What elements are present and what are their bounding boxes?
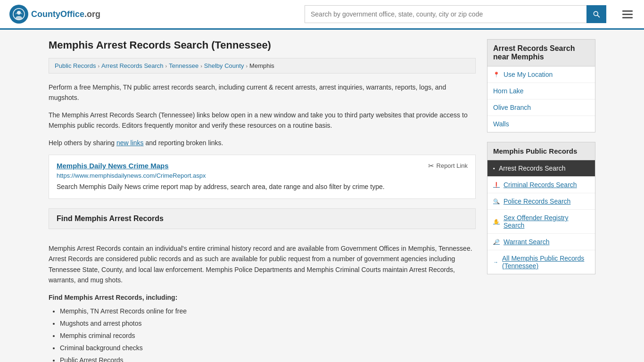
resource-url[interactable]: https://www.memphisdailynews.com/CrimeRe… <box>57 172 468 179</box>
sidebar-item-horn-lake[interactable]: Horn Lake <box>487 83 595 99</box>
breadcrumb-arrest-records-search[interactable]: Arrest Records Search <box>101 62 164 69</box>
description-3-prefix: Help others by sharing <box>49 139 116 147</box>
report-link-label: Report Link <box>437 162 468 169</box>
breadcrumb-shelby-county[interactable]: Shelby County <box>204 62 244 69</box>
sidebar-item-use-my-location[interactable]: 📍 Use My Location <box>487 66 595 83</box>
logo-icon <box>9 5 28 24</box>
breadcrumb-tennessee[interactable]: Tennessee <box>169 62 198 69</box>
resource-title[interactable]: Memphis Daily News Crime Maps <box>57 162 169 170</box>
location-icon: 📍 <box>493 72 500 78</box>
sidebar-public-records-list: ▪ Arrest Records Search ❗ Criminal Recor… <box>487 160 595 274</box>
sidebar-item-sex-offender-registry[interactable]: ✋ Sex Offender Registry Search <box>487 210 595 234</box>
sidebar-item-label: Sex Offender Registry Search <box>504 214 589 229</box>
logo-text: CountyOffice.org <box>31 9 100 19</box>
sidebar-item-label: Olive Branch <box>493 104 531 111</box>
find-section-body: Memphis Arrest Records contain an indivi… <box>49 237 476 362</box>
sidebar-item-label: Use My Location <box>504 71 553 78</box>
description-2: The Memphis Arrest Records Search (Tenne… <box>49 110 476 131</box>
breadcrumb: Public Records › Arrest Records Search ›… <box>49 58 476 74</box>
sidebar-nearby-section: Arrest Records Search near Memphis 📍 Use… <box>487 39 595 132</box>
sidebar-public-records-heading: Memphis Public Records <box>487 142 595 160</box>
sidebar-item-label: Walls <box>493 120 509 128</box>
description-3-suffix: and reporting broken links. <box>144 139 223 147</box>
find-section-title: Find Memphis Arrest Records <box>57 214 468 223</box>
search-container <box>305 5 606 23</box>
breadcrumb-sep-4: › <box>246 63 248 69</box>
content-area: Memphis Arrest Records Search (Tennessee… <box>49 39 476 362</box>
sidebar-item-label: Warrant Search <box>504 238 550 246</box>
search-icon <box>593 10 600 18</box>
logo[interactable]: CountyOffice.org <box>9 5 100 24</box>
list-item: Criminal background checks <box>60 343 476 353</box>
resource-description: Search Memphis Daily News crime report m… <box>57 182 468 192</box>
breadcrumb-public-records[interactable]: Public Records <box>55 62 96 69</box>
sidebar-item-all-public-records[interactable]: → All Memphis Public Records (Tennessee) <box>487 250 595 274</box>
search-button[interactable] <box>586 5 606 23</box>
resource-card: Memphis Daily News Crime Maps ✂ Report L… <box>49 155 476 199</box>
sidebar-item-label: Horn Lake <box>493 87 524 95</box>
criminal-records-icon: ❗ <box>493 182 500 188</box>
list-item: Mugshots and arrest photos <box>60 319 476 329</box>
report-link-button[interactable]: ✂ Report Link <box>428 162 468 170</box>
sex-offender-icon: ✋ <box>493 219 500 225</box>
page-title: Memphis Arrest Records Search (Tennessee… <box>49 39 476 51</box>
police-records-icon: 🔍 <box>493 198 500 205</box>
menu-icon-line3 <box>622 17 633 18</box>
svg-point-2 <box>16 16 22 20</box>
sidebar-item-arrest-records-search[interactable]: ▪ Arrest Records Search <box>487 160 595 177</box>
breadcrumb-memphis: Memphis <box>249 62 274 69</box>
scissors-icon: ✂ <box>428 162 434 170</box>
list-item: Public Arrest Records <box>60 355 476 362</box>
find-section-body-text: Memphis Arrest Records contain an indivi… <box>49 243 476 286</box>
sidebar-item-label: Criminal Records Search <box>504 181 577 189</box>
sidebar: Arrest Records Search near Memphis 📍 Use… <box>487 39 595 362</box>
sidebar-item-police-records-search[interactable]: 🔍 Police Records Search <box>487 193 595 210</box>
menu-icon-line2 <box>622 14 633 15</box>
sidebar-item-label: All Memphis Public Records (Tennessee) <box>502 255 589 270</box>
search-input[interactable] <box>305 5 586 23</box>
find-section-header: Find Memphis Arrest Records <box>49 208 476 229</box>
sidebar-item-warrant-search[interactable]: 🔎 Warrant Search <box>487 234 595 250</box>
sidebar-nearby-list: 📍 Use My Location Horn Lake Olive Branch… <box>487 66 595 132</box>
breadcrumb-sep-2: › <box>165 63 167 69</box>
arrow-icon: → <box>493 259 498 265</box>
description-1: Perform a free Memphis, TN public arrest… <box>49 82 476 103</box>
list-item: Memphis criminal records <box>60 331 476 341</box>
sidebar-item-criminal-records-search[interactable]: ❗ Criminal Records Search <box>487 177 595 193</box>
svg-line-4 <box>597 15 599 17</box>
breadcrumb-sep-1: › <box>98 63 99 69</box>
sidebar-public-records-section: Memphis Public Records ▪ Arrest Records … <box>487 142 595 274</box>
new-links-link[interactable]: new links <box>116 139 144 147</box>
sidebar-item-label: Police Records Search <box>504 197 570 205</box>
description-3: Help others by sharing new links and rep… <box>49 138 476 148</box>
menu-icon-line1 <box>622 10 633 12</box>
sidebar-nearby-heading: Arrest Records Search near Memphis <box>487 39 595 66</box>
find-section-list: Memphis, TN Arrest Records online for fr… <box>49 306 476 362</box>
menu-button[interactable] <box>620 8 635 20</box>
breadcrumb-sep-3: › <box>200 63 202 69</box>
list-item: Memphis, TN Arrest Records online for fr… <box>60 306 476 316</box>
arrest-records-icon: ▪ <box>493 165 495 171</box>
warrant-icon: 🔎 <box>493 239 500 245</box>
find-section-list-title: Find Memphis Arrest Records, including: <box>49 292 476 303</box>
resource-header: Memphis Daily News Crime Maps ✂ Report L… <box>57 162 468 170</box>
sidebar-item-olive-branch[interactable]: Olive Branch <box>487 99 595 116</box>
main-layout: Memphis Arrest Records Search (Tennessee… <box>39 30 605 362</box>
sidebar-item-walls[interactable]: Walls <box>487 116 595 132</box>
sidebar-item-label: Arrest Records Search <box>499 165 566 172</box>
